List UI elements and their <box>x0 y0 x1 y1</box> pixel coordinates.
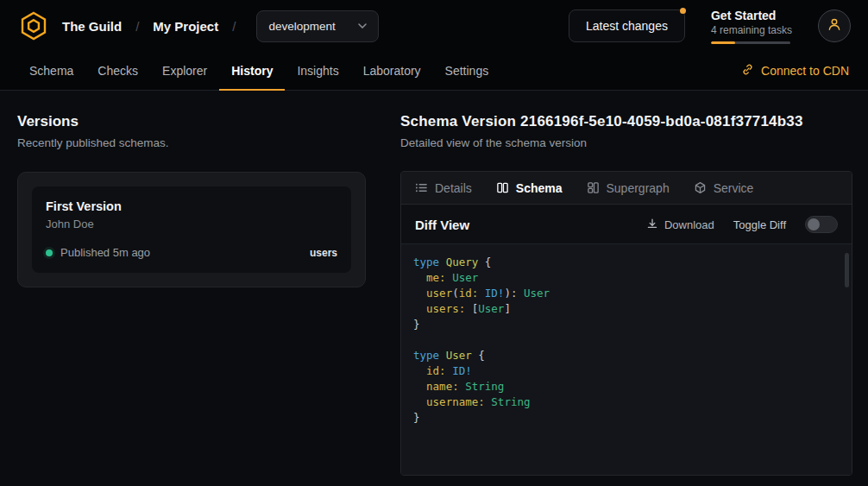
version-author: John Doe <box>46 218 337 230</box>
detail-tab-schema[interactable]: Schema <box>496 181 563 195</box>
detail-tab-service[interactable]: Service <box>694 181 754 195</box>
toggle-diff-switch[interactable] <box>805 216 838 233</box>
target-select[interactable]: development <box>256 10 378 42</box>
top-bar-right: Latest changes Get Started 4 remaining t… <box>569 9 851 44</box>
scrollbar-thumb[interactable] <box>845 253 849 287</box>
schema-icon <box>496 181 509 194</box>
code-line: users: [User] <box>413 301 836 317</box>
toggle-diff-label: Toggle Diff <box>733 218 786 231</box>
detail-tab-label: Schema <box>516 181 563 195</box>
target-select-value: development <box>268 20 335 33</box>
version-status: Published 5m ago <box>60 246 150 259</box>
code-line: user(id: ID!): User <box>413 286 836 301</box>
tab-checks[interactable]: Checks <box>85 52 150 91</box>
detail-tab-details[interactable]: Details <box>415 181 472 195</box>
project-nav: SchemaChecksExplorerHistoryInsightsLabor… <box>0 52 868 91</box>
versions-title: Versions <box>17 113 366 130</box>
nav-tabs: SchemaChecksExplorerHistoryInsightsLabor… <box>17 52 500 90</box>
link-icon <box>741 63 754 79</box>
user-icon <box>826 16 843 36</box>
breadcrumb-org[interactable]: The Guild <box>62 19 122 34</box>
breadcrumb-separator: / <box>135 19 139 34</box>
tab-schema[interactable]: Schema <box>17 52 85 91</box>
code-line: me: User <box>413 270 836 286</box>
graphql-sdl: type Query { me: User user(id: ID!): Use… <box>413 255 836 426</box>
detail-tabs: DetailsSchemaSupergraphService <box>401 172 852 205</box>
detail-tab-label: Supergraph <box>607 181 670 195</box>
top-bar: The Guild / My Project / development Lat… <box>0 0 868 52</box>
latest-changes-button[interactable]: Latest changes <box>569 9 685 42</box>
connect-to-cdn-button[interactable]: Connect to CDN <box>741 52 851 90</box>
get-started-title: Get Started <box>711 9 792 22</box>
version-list-item[interactable]: First Version John Doe Published 5m ago … <box>32 186 351 273</box>
download-button[interactable]: Download <box>646 218 714 232</box>
supergraph-icon <box>587 181 600 194</box>
code-line: type User { <box>413 348 836 363</box>
code-line: name: String <box>413 379 836 394</box>
version-status-row: Published 5m ago users <box>46 246 337 259</box>
code-line: id: ID! <box>413 363 836 379</box>
progress-fill <box>711 41 735 44</box>
tab-laboratory[interactable]: Laboratory <box>351 52 433 91</box>
diff-view-title: Diff View <box>415 218 469 232</box>
detail-tab-label: Details <box>435 181 472 195</box>
diff-actions: Download Toggle Diff <box>646 216 838 233</box>
schema-version-title: Schema Version 2166196f-5e10-4059-bd0a-0… <box>400 113 852 130</box>
get-started-tasks: 4 remaining tasks <box>711 24 792 36</box>
list-icon <box>415 181 428 194</box>
schema-code-block: type Query { me: User user(id: ID!): Use… <box>401 243 852 475</box>
download-label: Download <box>664 218 714 231</box>
user-avatar[interactable] <box>818 9 851 42</box>
code-line <box>413 332 836 348</box>
code-line: } <box>413 317 836 332</box>
tab-explorer[interactable]: Explorer <box>150 52 219 91</box>
hive-logo-icon[interactable] <box>17 9 50 42</box>
tab-insights[interactable]: Insights <box>285 52 350 91</box>
download-icon <box>646 218 658 232</box>
service-icon <box>694 181 707 194</box>
version-name: First Version <box>46 199 337 213</box>
tab-settings[interactable]: Settings <box>433 52 501 91</box>
diff-view-header: Diff View Download Toggle Diff <box>401 205 852 243</box>
app-window: The Guild / My Project / development Lat… <box>0 0 868 486</box>
detail-tab-supergraph[interactable]: Supergraph <box>587 181 670 195</box>
published-dot-icon <box>46 249 53 256</box>
main-content: Versions Recently published schemas. Fir… <box>0 91 868 476</box>
versions-card: First Version John Doe Published 5m ago … <box>17 172 366 287</box>
detail-tab-label: Service <box>714 181 754 195</box>
tab-history[interactable]: History <box>219 52 285 91</box>
versions-subtitle: Recently published schemas. <box>17 136 366 149</box>
breadcrumb-separator: / <box>232 19 236 34</box>
toggle-knob <box>808 218 820 230</box>
versions-column: Versions Recently published schemas. Fir… <box>0 91 383 476</box>
breadcrumb-project[interactable]: My Project <box>153 19 218 34</box>
code-line: type Query { <box>413 255 836 270</box>
get-started-progress <box>711 41 790 44</box>
code-line: username: String <box>413 394 836 410</box>
version-panel: DetailsSchemaSupergraphService Diff View… <box>400 171 852 476</box>
chevron-down-icon <box>358 23 367 28</box>
code-line: } <box>413 410 836 426</box>
version-detail-column: Schema Version 2166196f-5e10-4059-bd0a-0… <box>383 91 868 476</box>
connect-to-cdn-label: Connect to CDN <box>761 64 849 78</box>
get-started-widget[interactable]: Get Started 4 remaining tasks <box>711 9 792 44</box>
schema-version-subtitle: Detailed view of the schema version <box>400 136 852 149</box>
service-badge: users <box>310 247 337 259</box>
